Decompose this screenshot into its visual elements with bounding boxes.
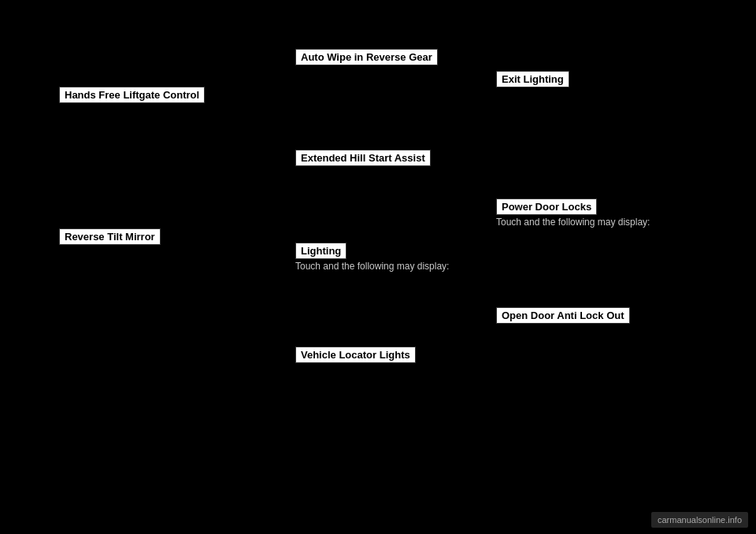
auto-wipe-section: Auto Wipe in Reverse Gear [295, 49, 438, 65]
vehicle-locator-section: Vehicle Locator Lights [295, 347, 416, 363]
lighting-body: Touch and the following may display: [295, 258, 476, 273]
extended-hill-header: Extended Hill Start Assist [295, 150, 431, 166]
watermark: carmanualsonline.info [651, 512, 748, 528]
lighting-section: Lighting [295, 243, 346, 259]
exit-lighting-section: Exit Lighting [496, 71, 569, 87]
vehicle-locator-header: Vehicle Locator Lights [295, 347, 416, 363]
page-content: Auto Wipe in Reverse Gear Exit Lighting … [0, 0, 756, 534]
open-door-section: Open Door Anti Lock Out [496, 307, 630, 324]
open-door-header: Open Door Anti Lock Out [496, 307, 630, 324]
auto-wipe-header: Auto Wipe in Reverse Gear [295, 49, 438, 65]
hands-free-header: Hands Free Liftgate Control [59, 87, 205, 103]
extended-hill-section: Extended Hill Start Assist [295, 150, 431, 166]
power-door-locks-body: Touch and the following may display: [496, 214, 669, 229]
lighting-header: Lighting [295, 243, 346, 259]
power-door-locks-header: Power Door Locks [496, 198, 597, 215]
power-door-locks-section: Power Door Locks [496, 198, 597, 215]
reverse-tilt-section: Reverse Tilt Mirror [59, 228, 161, 245]
exit-lighting-header: Exit Lighting [496, 71, 569, 87]
reverse-tilt-header: Reverse Tilt Mirror [59, 228, 161, 245]
hands-free-section: Hands Free Liftgate Control [59, 87, 205, 103]
